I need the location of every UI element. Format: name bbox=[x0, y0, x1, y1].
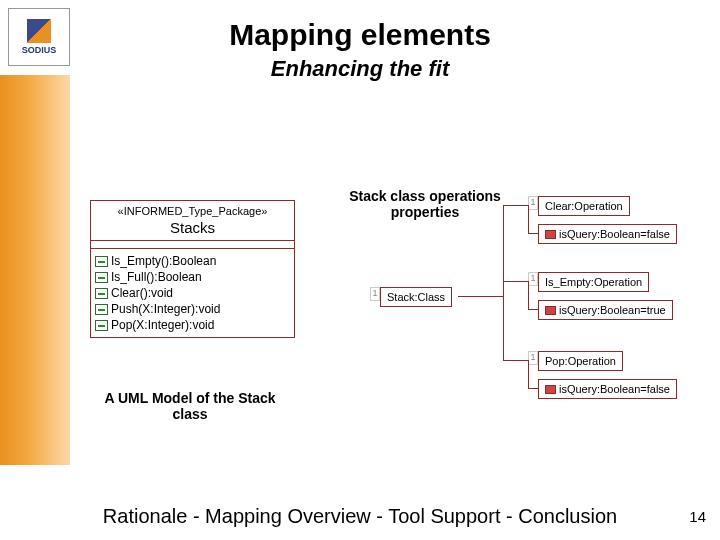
property-icon bbox=[545, 385, 556, 394]
connector bbox=[528, 388, 538, 389]
hub-box: 1 Stack:Class bbox=[380, 287, 452, 307]
property-icon bbox=[545, 306, 556, 315]
connector bbox=[503, 205, 504, 360]
prop-sub-label: isQuery:Boolean=false bbox=[559, 383, 670, 395]
operations-properties-label: Stack class operations properties bbox=[335, 188, 515, 220]
page-title: Mapping elements bbox=[0, 0, 720, 52]
uml-op-label: Clear():void bbox=[111, 286, 173, 300]
uml-operation: Push(X:Integer):void bbox=[93, 301, 292, 317]
uml-operation: Is_Empty():Boolean bbox=[93, 253, 292, 269]
uml-op-label: Push(X:Integer):void bbox=[111, 302, 220, 316]
prop-label: Clear:Operation bbox=[545, 200, 623, 212]
connector bbox=[528, 309, 538, 310]
prop-label: Is_Empty:Operation bbox=[545, 276, 642, 288]
uml-caption: A UML Model of the Stack class bbox=[90, 390, 290, 422]
connector bbox=[528, 233, 538, 234]
footer-breadcrumb: Rationale - Mapping Overview - Tool Supp… bbox=[0, 505, 720, 528]
prop-label: Pop:Operation bbox=[545, 355, 616, 367]
uml-header: «INFORMED_Type_Package» Stacks bbox=[91, 201, 294, 241]
uml-op-label: Pop(X:Integer):void bbox=[111, 318, 214, 332]
operation-icon bbox=[95, 288, 108, 299]
uml-operations: Is_Empty():Boolean Is_Full():Boolean Cle… bbox=[91, 249, 294, 337]
uml-stereotype: «INFORMED_Type_Package» bbox=[91, 205, 294, 217]
property-icon bbox=[545, 230, 556, 239]
prop-sub-box: isQuery:Boolean=true bbox=[538, 300, 673, 320]
box-index: 1 bbox=[370, 287, 380, 301]
uml-class-box: «INFORMED_Type_Package» Stacks Is_Empty(… bbox=[90, 200, 295, 338]
operation-icon bbox=[95, 256, 108, 267]
prop-sub-label: isQuery:Boolean=true bbox=[559, 304, 666, 316]
page-subtitle: Enhancing the fit bbox=[0, 56, 720, 82]
content-area: «INFORMED_Type_Package» Stacks Is_Empty(… bbox=[80, 150, 700, 450]
prop-sub-box: isQuery:Boolean=false bbox=[538, 379, 677, 399]
box-index: 1 bbox=[528, 272, 538, 286]
operation-icon bbox=[95, 272, 108, 283]
logo-icon bbox=[27, 19, 51, 43]
prop-box: 1 Is_Empty:Operation bbox=[538, 272, 649, 292]
page-number: 14 bbox=[689, 508, 706, 525]
uml-operation: Is_Full():Boolean bbox=[93, 269, 292, 285]
connector bbox=[528, 360, 529, 388]
uml-operation: Pop(X:Integer):void bbox=[93, 317, 292, 333]
logo: SODIUS bbox=[8, 8, 70, 66]
box-index: 1 bbox=[528, 351, 538, 365]
box-index: 1 bbox=[528, 196, 538, 210]
connector bbox=[458, 296, 503, 297]
operation-icon bbox=[95, 320, 108, 331]
connector bbox=[528, 205, 529, 233]
prop-box: 1 Clear:Operation bbox=[538, 196, 630, 216]
prop-box: 1 Pop:Operation bbox=[538, 351, 623, 371]
hub-label: Stack:Class bbox=[387, 291, 445, 303]
logo-text: SODIUS bbox=[22, 45, 57, 55]
uml-attr-section bbox=[91, 241, 294, 249]
uml-op-label: Is_Empty():Boolean bbox=[111, 254, 216, 268]
uml-class-name: Stacks bbox=[91, 219, 294, 236]
uml-operation: Clear():void bbox=[93, 285, 292, 301]
prop-sub-box: isQuery:Boolean=false bbox=[538, 224, 677, 244]
prop-sub-label: isQuery:Boolean=false bbox=[559, 228, 670, 240]
connector bbox=[528, 281, 529, 309]
operation-icon bbox=[95, 304, 108, 315]
sidebar-gradient bbox=[0, 75, 70, 465]
uml-op-label: Is_Full():Boolean bbox=[111, 270, 202, 284]
